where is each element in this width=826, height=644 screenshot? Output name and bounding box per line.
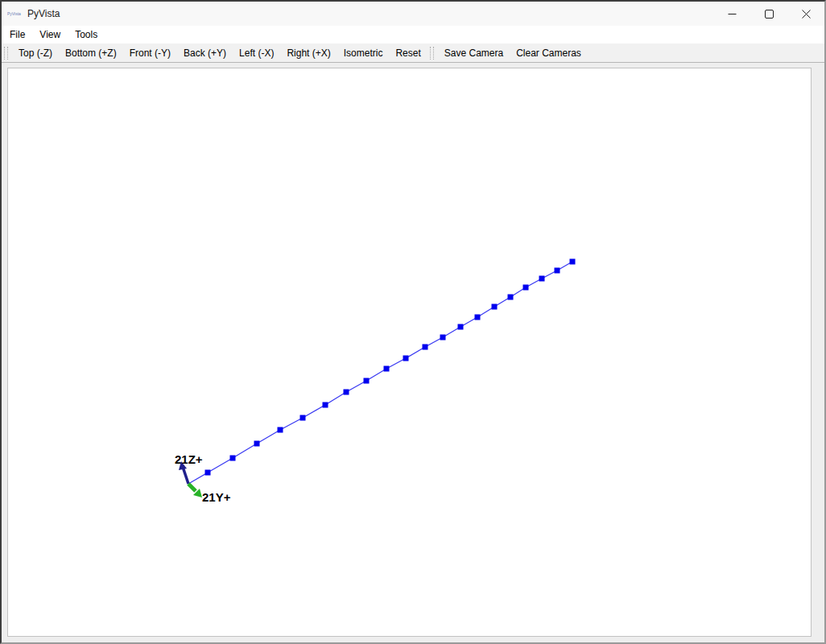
camera-toolbar-group: Save CameraClear Cameras — [438, 43, 588, 62]
toolbar: Top (-Z)Bottom (+Z)Front (-Y)Back (+Y)Le… — [2, 43, 824, 63]
menu-tools[interactable]: Tools — [68, 27, 105, 43]
spline-scene: 21Z+21Y+ — [8, 68, 811, 636]
menu-file[interactable]: File — [2, 27, 32, 43]
spline-point-marker — [508, 295, 514, 300]
spline-point-marker — [570, 259, 576, 265]
toolbar-button-top-z[interactable]: Top (-Z) — [12, 44, 59, 62]
spline-point-marker — [254, 441, 260, 447]
y-axis-arrow-shaft — [188, 484, 196, 491]
minimize-icon — [728, 10, 737, 19]
camera-toolbar-drag-handle[interactable] — [430, 47, 434, 60]
toolbar-button-back-y[interactable]: Back (+Y) — [177, 44, 233, 62]
spline-point-marker — [344, 390, 349, 395]
toolbar-button-bottom-z[interactable]: Bottom (+Z) — [59, 44, 123, 62]
spline-point-marker — [403, 356, 409, 361]
maximize-icon — [765, 10, 774, 19]
title-bar: PyVista PyVista — [2, 2, 824, 26]
spline-point-marker — [523, 285, 529, 291]
spline-point-marker — [475, 315, 481, 320]
render-viewport-3d[interactable]: 21Z+21Y+ — [7, 68, 812, 637]
y-axis-label: 21Y+ — [202, 490, 231, 504]
spline-point-marker — [323, 402, 328, 408]
maximize-button[interactable] — [750, 2, 787, 26]
toolbar-button-left-x[interactable]: Left (-X) — [233, 44, 280, 62]
toolbar-button-isometric[interactable]: Isometric — [337, 44, 390, 62]
spline-point-marker — [300, 415, 306, 421]
view-toolbar-group: Top (-Z)Bottom (+Z)Front (-Y)Back (+Y)Le… — [12, 43, 427, 62]
spline-point-marker — [423, 345, 428, 350]
toolbar-button-reset[interactable]: Reset — [389, 44, 427, 62]
app-window: PyVista PyVista FileViewTools — [0, 0, 826, 644]
close-icon — [802, 10, 811, 19]
pyvista-logo-icon: PyVista — [7, 9, 22, 19]
spline-point-marker — [492, 304, 498, 310]
menu-view[interactable]: View — [32, 27, 68, 43]
spline-line — [188, 262, 572, 484]
window-title: PyVista — [27, 8, 60, 19]
toolbar-button-save-camera[interactable]: Save Camera — [438, 44, 510, 62]
spline-point-marker — [555, 268, 560, 274]
toolbar-drag-handle[interactable] — [4, 47, 8, 60]
toolbar-button-clear-cameras[interactable]: Clear Cameras — [510, 44, 588, 62]
spline-point-marker — [539, 276, 545, 282]
central-area: 21Z+21Y+ — [2, 63, 824, 642]
minimize-button[interactable] — [713, 2, 750, 26]
spline-point-marker — [384, 366, 390, 372]
spline-point-marker — [458, 324, 464, 330]
spline-point-marker — [440, 335, 446, 341]
z-axis-arrow-shaft — [183, 467, 188, 484]
close-button[interactable] — [787, 2, 824, 26]
toolbar-button-front-y[interactable]: Front (-Y) — [123, 44, 177, 62]
spline-point-marker — [230, 456, 236, 461]
toolbar-button-right-x[interactable]: Right (+X) — [280, 44, 337, 62]
z-axis-label: 21Z+ — [175, 452, 203, 466]
window-controls — [713, 2, 824, 26]
menubar: FileViewTools — [2, 26, 824, 43]
spline-point-marker — [278, 427, 283, 433]
spline-point-marker — [364, 378, 370, 384]
spline-point-marker — [205, 470, 211, 476]
